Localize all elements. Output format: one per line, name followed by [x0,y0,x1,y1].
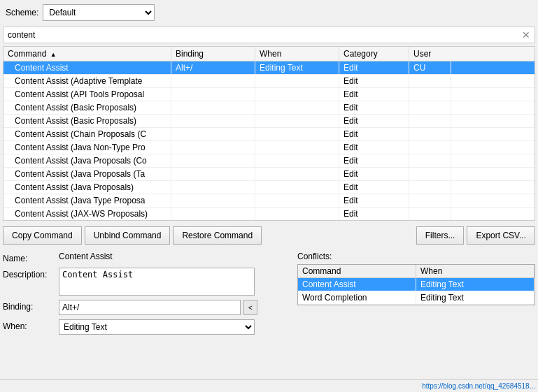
table-cell-when [255,128,339,140]
table-cell-command: Content Assist (Chain Proposals (C [3,128,171,140]
table-cell-binding [171,141,255,154]
binding-input-row: < [59,300,257,315]
export-csv-button[interactable]: Export CSV... [467,226,535,245]
binding-picker-button[interactable]: < [243,300,257,315]
table-row[interactable]: Content Assist (Java Type ProposaEdit [3,194,535,208]
search-input[interactable] [8,30,522,40]
table-cell-category: Edit [339,61,409,74]
conflicts-cell-when: Editing Text [416,278,535,291]
name-value: Content Assist [59,252,292,261]
table-cell-category: Edit [339,181,409,194]
table-row[interactable]: Content Assist (Java Proposals (TaEdit [3,168,535,181]
search-bar: ✕ [3,27,535,43]
table-cell-category: Edit [339,208,409,220]
conflicts-row[interactable]: Content AssistEditing Text [298,278,535,291]
table-cell-binding [171,75,255,87]
table-row[interactable]: Content Assist (Basic Proposals)Edit [3,101,535,115]
description-label: Description: [3,268,59,280]
details-left: Name: Content Assist Description: Bindin… [3,252,292,339]
table-cell-category: Edit [339,75,409,87]
table-row[interactable]: Content Assist (Java Proposals (CoEdit [3,154,535,168]
table-cell-binding [171,154,255,167]
table-cell-command: Content Assist (API Tools Proposal [3,88,171,101]
table-cell-category: Edit [339,194,409,207]
when-label: When: [3,319,59,331]
table-cell-when: Editing Text [255,61,339,74]
table-cell-when [255,208,339,220]
table-cell-command: Content Assist [3,61,171,74]
when-select[interactable]: Editing Text [59,319,255,335]
details-section: Name: Content Assist Description: Bindin… [0,249,538,342]
table-header: Command ▲ Binding When Category User [3,47,535,61]
copy-command-button[interactable]: Copy Command [3,226,82,245]
table-cell-when [255,88,339,101]
table-row[interactable]: Content Assist (JAX-WS Proposals)Edit [3,208,535,221]
table-cell-command: Content Assist (Adaptive Template [3,75,171,87]
col-when[interactable]: When [255,47,339,61]
binding-label: Binding: [3,300,59,312]
scheme-bar: Scheme: Default [0,0,538,25]
table-cell-user [409,101,451,114]
binding-input[interactable] [59,300,241,315]
table-cell-when [255,101,339,114]
table-cell-binding [171,101,255,114]
table-cell-when [255,154,339,167]
table-row[interactable]: Content Assist (Java Non-Type ProEdit [3,141,535,154]
conflicts-body: Content AssistEditing TextWord Completio… [298,278,535,305]
conflicts-table: Command When Content AssistEditing TextW… [297,264,535,305]
table-row[interactable]: Content Assist (Basic Proposals)Edit [3,115,535,128]
commands-table-container: Command ▲ Binding When Category User Con… [3,46,535,221]
conflicts-header: Command When [298,265,535,278]
table-cell-binding: Alt+/ [171,61,255,74]
table-cell-category: Edit [339,141,409,154]
table-cell-user [409,75,451,87]
scheme-select[interactable]: Default [43,4,155,21]
table-cell-binding [171,181,255,194]
table-cell-category: Edit [339,168,409,180]
conflicts-col-when: When [416,265,535,277]
table-cell-user [409,208,451,220]
table-row[interactable]: Content AssistAlt+/Editing TextEditCU [3,61,535,75]
table-cell-user [409,181,451,194]
table-cell-user [409,88,451,101]
table-cell-binding [171,115,255,127]
col-user[interactable]: User [409,47,451,61]
table-cell-binding [171,88,255,101]
table-cell-user [409,128,451,140]
name-row: Name: Content Assist [3,252,292,263]
name-label: Name: [3,252,59,263]
table-cell-category: Edit [339,128,409,140]
filters-button[interactable]: Filters... [416,226,465,245]
col-category[interactable]: Category [339,47,409,61]
conflicts-cell-command: Word Completion [298,291,416,304]
description-row: Description: [3,268,292,296]
table-row[interactable]: Content Assist (Adaptive TemplateEdit [3,75,535,88]
restore-command-button[interactable]: Restore Command [173,226,262,245]
conflicts-row[interactable]: Word CompletionEditing Text [298,291,535,305]
unbind-command-button[interactable]: Unbind Command [85,226,171,245]
col-command[interactable]: Command ▲ [3,47,171,61]
table-cell-when [255,141,339,154]
table-row[interactable]: Content Assist (API Tools ProposalEdit [3,88,535,101]
conflicts-label: Conflicts: [297,252,535,261]
table-body: Content AssistAlt+/Editing TextEditCUCon… [3,61,535,221]
table-cell-binding [171,208,255,220]
table-cell-when [255,115,339,127]
description-textarea[interactable] [59,268,255,296]
search-clear-icon[interactable]: ✕ [522,29,530,41]
table-cell-user [409,154,451,167]
col-binding[interactable]: Binding [171,47,255,61]
scheme-label: Scheme: [6,8,38,17]
table-cell-when [255,75,339,87]
conflicts-col-command: Command [298,265,416,277]
table-cell-command: Content Assist (Java Type Proposa [3,194,171,207]
table-row[interactable]: Content Assist (Chain Proposals (CEdit [3,128,535,141]
table-cell-command: Content Assist (JAX-WS Proposals) [3,208,171,220]
table-row[interactable]: Content Assist (Java Proposals)Edit [3,181,535,194]
table-cell-binding [171,168,255,180]
table-cell-category: Edit [339,88,409,101]
table-cell-user [409,141,451,154]
table-cell-command: Content Assist (Java Proposals (Ta [3,168,171,180]
table-cell-category: Edit [339,154,409,167]
table-cell-binding [171,194,255,207]
